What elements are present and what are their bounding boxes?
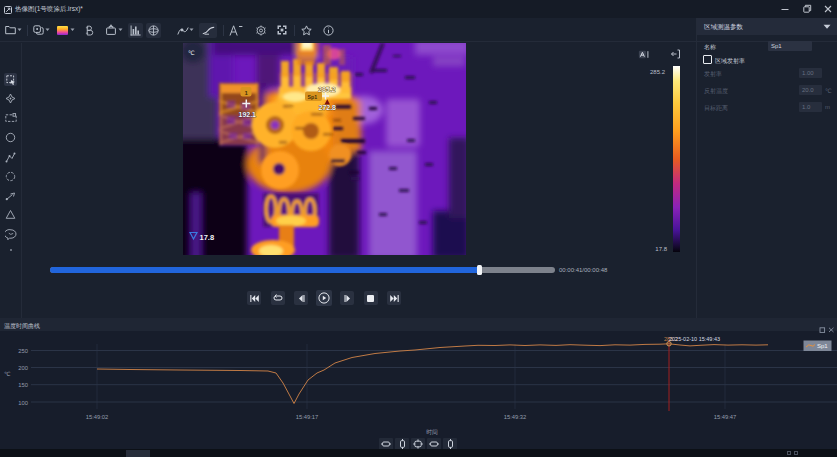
svg-text:2025-02-10 15:49:43: 2025-02-10 15:49:43 [669,336,720,342]
svg-text:150: 150 [18,382,28,388]
svg-text:200: 200 [18,365,28,371]
svg-text:时间: 时间 [426,429,438,436]
svg-text:15:49:17: 15:49:17 [296,414,319,420]
svg-text:285.2: 285.2 [318,86,336,93]
svg-text:192.1: 192.1 [239,111,257,118]
svg-text:℃: ℃ [4,371,11,377]
svg-text:15:49:02: 15:49:02 [86,414,109,420]
svg-text:Sp1: Sp1 [308,94,318,100]
svg-text:15:49:47: 15:49:47 [714,414,737,420]
svg-text:250: 250 [18,348,28,354]
svg-text:℃: ℃ [188,50,195,56]
svg-text:100: 100 [18,400,28,406]
svg-text:272.8: 272.8 [319,104,337,111]
svg-text:Sp1: Sp1 [817,343,828,349]
svg-text:15:49:32: 15:49:32 [504,414,527,420]
svg-text:17.8: 17.8 [200,233,215,242]
